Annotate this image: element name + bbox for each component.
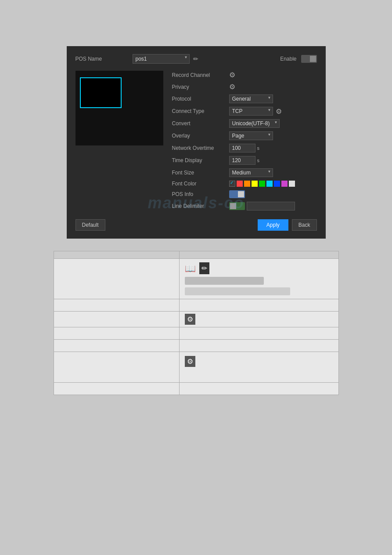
table-cell-right-3: ⚙ — [180, 312, 338, 327]
network-overtime-unit: s — [257, 145, 260, 151]
table-row: ⚙ — [54, 312, 338, 327]
table-cell-left-7 — [54, 383, 180, 395]
font-color-label: Font Color — [172, 181, 229, 187]
font-color-row: Font Color — [172, 181, 317, 187]
line-delimiter-row: Line Delimiter — [172, 202, 317, 210]
preview-box — [76, 71, 163, 145]
default-button[interactable]: Default — [76, 219, 105, 231]
table-cell-left-5 — [54, 340, 180, 352]
pos-name-label: POS Name — [76, 56, 133, 62]
color-swatch-cyan[interactable] — [266, 181, 273, 187]
preview-inner-box — [80, 77, 122, 108]
pos-settings-panel: POS Name pos1 pos2 pos3 ✏ Enable Reco — [67, 46, 326, 239]
table-cell-left-6 — [54, 352, 180, 383]
pencil-icon-black[interactable]: ✏ — [199, 262, 209, 274]
pos-name-edit-icon[interactable]: ✏ — [193, 55, 198, 62]
enable-toggle[interactable] — [301, 55, 317, 63]
record-channel-label: Record Channel — [172, 72, 229, 78]
pos-name-select[interactable]: pos1 pos2 pos3 — [133, 54, 190, 64]
table-cell-right-7 — [180, 383, 338, 395]
table-cell-right-2 — [180, 299, 338, 312]
font-size-select[interactable]: Small Medium Large — [229, 168, 273, 177]
table-cell-left-4 — [54, 327, 180, 340]
gray-bar-2 — [185, 287, 290, 295]
connect-type-label: Connect Type — [172, 108, 229, 114]
connect-type-gear-icon[interactable]: ⚙ — [276, 107, 282, 116]
overlay-dropdown-wrapper: Page Scroll — [229, 131, 273, 140]
table-cell-right-1: 📖 ✏ — [180, 259, 338, 299]
col-header-left — [54, 251, 180, 259]
enable-label: Enable — [280, 56, 296, 62]
bottom-table: 📖 ✏ ⚙ — [54, 251, 339, 395]
time-display-label: Time Display — [172, 157, 229, 163]
time-display-input[interactable] — [229, 156, 255, 165]
table-cell-right-6: ⚙ — [180, 352, 338, 383]
color-swatch-purple[interactable] — [281, 181, 288, 187]
network-overtime-label: Network Overtime — [172, 145, 229, 151]
color-swatch-blue[interactable] — [274, 181, 280, 187]
protocol-dropdown-wrapper: General Custom — [229, 94, 273, 103]
panel-footer: Default Apply Back — [76, 219, 317, 231]
table-row — [54, 327, 338, 340]
protocol-select[interactable]: General Custom — [229, 94, 273, 103]
font-size-row: Font Size Small Medium Large — [172, 168, 317, 177]
convert-row: Convert Unicode(UTF-8) GBK — [172, 119, 317, 128]
cell-content-1: 📖 ✏ — [185, 262, 333, 295]
col-header-right — [180, 251, 338, 259]
network-overtime-input[interactable] — [229, 144, 255, 152]
network-overtime-row: Network Overtime s — [172, 144, 317, 152]
color-swatch-yellow[interactable] — [252, 181, 258, 187]
font-color-checkbox[interactable] — [229, 181, 235, 187]
cell-icon-row-1: 📖 ✏ — [185, 262, 333, 274]
table-cell-right-4 — [180, 327, 338, 340]
font-size-label: Font Size — [172, 170, 229, 176]
gray-bar-1 — [185, 277, 264, 285]
privacy-label: Privacy — [172, 84, 229, 90]
color-swatch-red[interactable] — [237, 181, 243, 187]
connect-type-controls: TCP UDP ⚙ — [229, 107, 282, 116]
pos-info-toggle[interactable] — [229, 190, 245, 198]
convert-label: Convert — [172, 120, 229, 127]
table-row — [54, 340, 338, 352]
record-channel-row: Record Channel ⚙ — [172, 71, 317, 79]
gray-bar-light — [185, 287, 290, 295]
back-button[interactable]: Back — [292, 219, 317, 231]
enable-row: Enable — [280, 55, 316, 63]
line-delimiter-toggle[interactable] — [229, 202, 245, 210]
table-cell-left-1 — [54, 259, 180, 299]
color-swatch-orange[interactable] — [244, 181, 250, 187]
table-row — [54, 299, 338, 312]
main-content: Record Channel ⚙ Privacy ⚙ Protocol Gene… — [76, 71, 317, 214]
privacy-gear-icon[interactable]: ⚙ — [229, 83, 235, 91]
gear-icon-row3[interactable]: ⚙ — [185, 314, 195, 325]
table-cell-left-2 — [54, 299, 180, 312]
protocol-label: Protocol — [172, 96, 229, 102]
font-color-swatches — [229, 181, 295, 187]
line-delimiter-input[interactable] — [247, 202, 295, 210]
apply-button[interactable]: Apply — [258, 219, 288, 231]
connect-type-dropdown-wrapper: TCP UDP — [229, 107, 273, 116]
overlay-label: Overlay — [172, 133, 229, 139]
table-header-row — [54, 251, 338, 259]
overlay-row: Overlay Page Scroll — [172, 131, 317, 140]
overlay-select[interactable]: Page Scroll — [229, 131, 273, 140]
record-channel-gear-icon[interactable]: ⚙ — [229, 71, 235, 79]
gear-icon-row6[interactable]: ⚙ — [185, 356, 195, 367]
table-row — [54, 383, 338, 395]
connect-type-select[interactable]: TCP UDP — [229, 107, 273, 116]
gray-bar-dark — [185, 277, 264, 285]
color-swatch-green[interactable] — [259, 181, 265, 187]
table-cell-right-5 — [180, 340, 338, 352]
convert-select[interactable]: Unicode(UTF-8) GBK — [229, 119, 280, 128]
time-display-unit: s — [257, 158, 260, 163]
privacy-row: Privacy ⚙ — [172, 83, 317, 91]
color-swatch-white[interactable] — [289, 181, 295, 187]
settings-col: Record Channel ⚙ Privacy ⚙ Protocol Gene… — [172, 71, 317, 214]
pos-info-label: POS Info — [172, 191, 229, 197]
pos-info-row: POS Info — [172, 190, 317, 198]
pos-name-dropdown-wrapper: pos1 pos2 pos3 — [133, 54, 190, 64]
book-icon: 📖 — [185, 263, 196, 274]
font-size-dropdown-wrapper: Small Medium Large — [229, 168, 273, 177]
protocol-row: Protocol General Custom — [172, 94, 317, 103]
line-delimiter-label: Line Delimiter — [172, 203, 229, 209]
